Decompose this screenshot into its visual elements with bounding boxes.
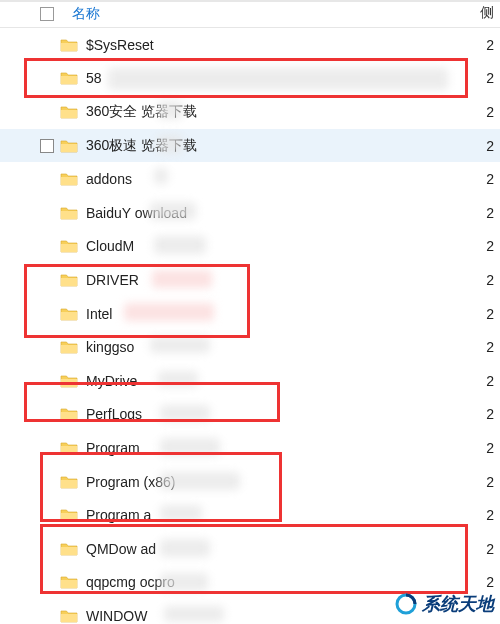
folder-icon	[60, 340, 78, 354]
row-right-value: 2	[486, 306, 494, 322]
censor-smudge	[158, 101, 182, 119]
folder-icon	[60, 273, 78, 287]
censor-smudge	[160, 405, 210, 421]
folder-row[interactable]: CloudM2	[0, 230, 500, 264]
folder-name-label: 58	[86, 70, 102, 86]
folder-row[interactable]: DRIVER2	[0, 263, 500, 297]
censor-smudge	[160, 472, 240, 490]
folder-icon	[60, 71, 78, 85]
row-right-value: 2	[486, 104, 494, 120]
censor-smudge	[164, 606, 224, 622]
row-right-value: 2	[486, 373, 494, 389]
column-header-name[interactable]: 名称	[72, 5, 100, 23]
folder-icon	[60, 374, 78, 388]
row-right-value: 2	[486, 474, 494, 490]
folder-row[interactable]: PerfLogs2	[0, 398, 500, 432]
row-right-value: 2	[486, 37, 494, 53]
row-right-value: 2	[486, 272, 494, 288]
folder-name-label: Intel	[86, 306, 112, 322]
censor-smudge	[108, 68, 448, 90]
censor-smudge	[154, 168, 168, 184]
folder-row[interactable]: Program (x86)2	[0, 465, 500, 499]
file-list: $SysReset2582360安全 览器下载2360极速 览器下载2addon…	[0, 28, 500, 624]
folder-name-label: Program a	[86, 507, 151, 523]
folder-row[interactable]: addons2	[0, 162, 500, 196]
folder-row[interactable]: QMDow ad2	[0, 532, 500, 566]
folder-icon	[60, 239, 78, 253]
row-right-value: 2	[486, 138, 494, 154]
row-checkbox[interactable]	[40, 139, 54, 153]
censor-smudge	[154, 236, 206, 254]
censor-smudge	[158, 135, 182, 153]
row-right-value: 2	[486, 507, 494, 523]
folder-icon	[60, 609, 78, 623]
folder-row[interactable]: 360安全 览器下载2	[0, 95, 500, 129]
folder-name-label: WINDOW	[86, 608, 147, 624]
folder-icon	[60, 105, 78, 119]
folder-name-label: addons	[86, 171, 132, 187]
folder-row[interactable]: BaiduY ownload2	[0, 196, 500, 230]
row-right-value: 2	[486, 70, 494, 86]
row-right-value: 2	[486, 406, 494, 422]
folder-icon	[60, 508, 78, 522]
row-right-value: 2	[486, 574, 494, 590]
row-right-value: 2	[486, 541, 494, 557]
censor-smudge	[150, 337, 210, 353]
folder-name-label: QMDow ad	[86, 541, 156, 557]
folder-icon	[60, 172, 78, 186]
folder-row[interactable]: kinggso2	[0, 330, 500, 364]
folder-name-label: PerfLogs	[86, 406, 142, 422]
folder-row[interactable]: MyDrive2	[0, 364, 500, 398]
file-explorer-window: { "header": { "name_col": "名称", "right_c…	[0, 0, 500, 624]
watermark: 系统天地	[394, 592, 494, 616]
row-right-value: 2	[486, 238, 494, 254]
censor-smudge	[124, 303, 214, 321]
censor-smudge	[158, 371, 198, 387]
folder-name-label: kinggso	[86, 339, 134, 355]
censor-smudge	[160, 573, 208, 591]
censor-smudge	[160, 539, 210, 557]
row-right-value: 2	[486, 205, 494, 221]
folder-icon	[60, 38, 78, 52]
folder-row[interactable]: Program a2	[0, 498, 500, 532]
folder-icon	[60, 206, 78, 220]
folder-icon	[60, 542, 78, 556]
folder-icon	[60, 575, 78, 589]
folder-name-label: DRIVER	[86, 272, 139, 288]
censor-smudge	[152, 270, 212, 288]
column-header-right[interactable]: 侧	[480, 4, 494, 22]
folder-row[interactable]: Intel2	[0, 297, 500, 331]
folder-row[interactable]: 360极速 览器下载2	[0, 129, 500, 163]
column-header-row: 名称 侧	[0, 0, 500, 28]
folder-row[interactable]: $SysReset2	[0, 28, 500, 62]
row-right-value: 2	[486, 171, 494, 187]
censor-smudge	[160, 438, 220, 456]
watermark-logo-icon	[394, 592, 418, 616]
censor-smudge	[150, 202, 196, 220]
folder-icon	[60, 475, 78, 489]
folder-name-label: MyDrive	[86, 373, 137, 389]
censor-smudge	[160, 505, 202, 521]
top-border	[0, 0, 500, 2]
select-all-checkbox[interactable]	[40, 7, 54, 21]
folder-icon	[60, 307, 78, 321]
folder-name-label: CloudM	[86, 238, 134, 254]
folder-name-label: Program	[86, 440, 140, 456]
row-right-value: 2	[486, 339, 494, 355]
folder-name-label: $SysReset	[86, 37, 154, 53]
folder-icon	[60, 407, 78, 421]
watermark-text: 系统天地	[422, 592, 494, 616]
folder-icon	[60, 139, 78, 153]
folder-row[interactable]: Program2	[0, 431, 500, 465]
folder-icon	[60, 441, 78, 455]
row-right-value: 2	[486, 440, 494, 456]
